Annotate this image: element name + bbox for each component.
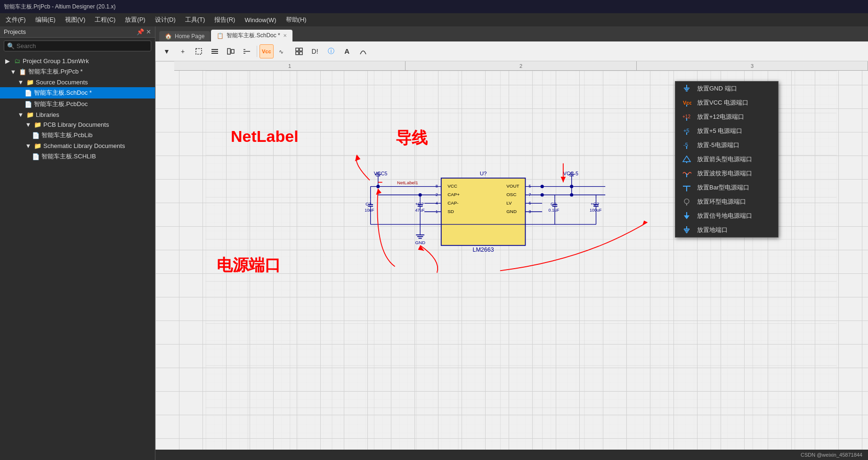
- tree-item-pcbdoc[interactable]: 📄 智能车主板.PcbDoc: [0, 99, 155, 110]
- dropdown-plus5-label: 放置+5 电源端口: [697, 127, 742, 135]
- tree-item-pcb-project[interactable]: ▼ 📋 智能车主板.PrjPcb *: [0, 66, 155, 77]
- toolbar-filter-btn[interactable]: ▼: [159, 44, 174, 58]
- tab-close-icon[interactable]: ✕: [283, 33, 287, 38]
- circle-pwr-icon: [681, 197, 692, 206]
- svg-rect-3: [211, 53, 218, 54]
- dropdown-plus12-label: 放置+12电源端口: [697, 113, 744, 121]
- pcbdoc-file-icon: 📄: [24, 101, 32, 108]
- dropdown-item-earth-gnd[interactable]: 放置地端口: [675, 223, 778, 237]
- svg-text:VOUT: VOUT: [506, 183, 519, 189]
- dropdown-item-gnd[interactable]: 放置GND 端口: [675, 82, 778, 96]
- tree-item-project-group[interactable]: ▶ 🗂 Project Group 1.DsnWrk: [0, 56, 155, 66]
- schdoc-file-icon: 📄: [24, 90, 32, 97]
- svg-text:OSC: OSC: [506, 192, 516, 197]
- dropdown-item-minus5[interactable]: -5 放置-5电源端口: [675, 138, 778, 152]
- dropdown-menu: 放置GND 端口 Vcc 放置VCC 电源端口: [675, 81, 779, 238]
- search-box: 🔍: [4, 41, 151, 51]
- dropdown-item-bar-pwr[interactable]: 放置Bar型电源端口: [675, 181, 778, 195]
- menu-window[interactable]: Window(W): [241, 16, 280, 25]
- menu-view[interactable]: 视图(V): [61, 15, 89, 25]
- home-tab-icon: 🏠: [165, 33, 172, 40]
- right-panel: 🏠 Home Page 📋 智能车主板.SchDoc * ✕ ▼ +: [155, 26, 868, 460]
- svg-point-103: [419, 193, 422, 197]
- dropdown-bar-pwr-label: 放置Bar型电源端口: [697, 183, 749, 192]
- dropdown-item-wave-pwr[interactable]: 放置波纹形电源端口: [675, 166, 778, 181]
- pcb-project-icon: 📋: [19, 68, 26, 75]
- toolbar-arc-btn[interactable]: [356, 44, 371, 58]
- tree-item-schdoc[interactable]: 📄 智能车主板.SchDoc *: [0, 87, 155, 99]
- toolbar-wave-btn[interactable]: ∿: [276, 44, 291, 58]
- dropdown-item-plus5[interactable]: +5 放置+5 电源端口: [675, 124, 778, 138]
- left-panel: Projects 📌 ✕ 🔍 ▶ 🗂 Project Group 1.DsnWr…: [0, 26, 155, 460]
- ruler-section-2: 2: [406, 61, 637, 70]
- folder-icon-schlib: 📁: [34, 142, 41, 149]
- dropdown-item-arrow-pwr[interactable]: 放置箭头型电源端口: [675, 152, 778, 166]
- wave-pwr-icon: [681, 169, 692, 178]
- svg-marker-132: [684, 215, 690, 219]
- svg-text:∿: ∿: [279, 49, 284, 55]
- menu-bar: 文件(F) 编辑(E) 视图(V) 工程(C) 放置(P) 设计(D) 工具(T…: [0, 13, 868, 26]
- expand-icon-schlib: ▼: [24, 142, 32, 149]
- dropdown-item-signal-gnd[interactable]: 放置信号地电源端口: [675, 209, 778, 223]
- expand-icon-lib: ▼: [17, 111, 24, 118]
- toolbar-grid-btn[interactable]: [292, 44, 307, 58]
- dropdown-minus5-label: 放置-5电源端口: [697, 141, 739, 149]
- svg-text:VCC: VCC: [447, 183, 457, 189]
- menu-report[interactable]: 报告(R): [211, 15, 239, 25]
- expand-icon-src: ▼: [17, 79, 24, 86]
- tree-item-libraries[interactable]: ▼ 📁 Libraries: [0, 110, 155, 120]
- project-group-icon: 🗂: [13, 58, 21, 65]
- toolbar-text-btn[interactable]: A: [340, 44, 355, 58]
- pin-icon[interactable]: 📌: [137, 28, 144, 35]
- toolbar-add-btn[interactable]: +: [175, 44, 190, 58]
- toolbar-align-btn[interactable]: [207, 44, 222, 58]
- tree-item-sch-lib-docs[interactable]: ▼ 📁 Schematic Library Documents: [0, 141, 155, 151]
- dropdown-circle-pwr-label: 放置环型电源端口: [697, 197, 746, 206]
- expand-icon-pcblib: ▼: [24, 121, 32, 128]
- dropdown-item-plus12[interactable]: +12 放置+12电源端口: [675, 110, 778, 124]
- dropdown-item-circle-pwr[interactable]: 放置环型电源端口: [675, 195, 778, 209]
- project-tree: ▶ 🗂 Project Group 1.DsnWrk ▼ 📋 智能车主板.Prj…: [0, 54, 155, 460]
- dropdown-item-vcc[interactable]: Vcc 放置VCC 电源端口: [675, 96, 778, 110]
- menu-place[interactable]: 放置(P): [121, 15, 149, 25]
- svg-rect-4: [227, 49, 230, 54]
- tree-item-schlib-file[interactable]: 📄 智能车主板.SCHLIB: [0, 151, 155, 162]
- bar-pwr-icon: [681, 183, 692, 192]
- schlib-label: 智能车主板.SCHLIB: [41, 152, 96, 161]
- toolbar-select-rect-btn[interactable]: [191, 44, 206, 58]
- folder-icon-pcblib: 📁: [34, 121, 41, 128]
- svg-point-104: [541, 193, 544, 197]
- pcblib-file-icon: 📄: [32, 132, 40, 139]
- close-panel-icon[interactable]: ✕: [146, 28, 151, 35]
- main-area: Projects 📌 ✕ 🔍 ▶ 🗂 Project Group 1.DsnWr…: [0, 26, 868, 460]
- menu-help[interactable]: 帮助(H): [282, 15, 310, 25]
- svg-text:LV: LV: [506, 200, 512, 205]
- tree-item-pcblib-file[interactable]: 📄 智能车主板.PcbLib: [0, 130, 155, 141]
- toolbar-align2-btn[interactable]: [223, 44, 238, 58]
- pcb-lib-docs-label: PCB Library Documents: [43, 121, 109, 128]
- svg-rect-13: [300, 52, 302, 55]
- menu-tools[interactable]: 工具(T): [181, 15, 209, 25]
- tab-home[interactable]: 🏠 Home Page: [159, 31, 210, 41]
- menu-project[interactable]: 工程(C): [91, 15, 119, 25]
- title-bar: 智能车主板.PrjPcb - Altium Designer (20.1.x): [0, 0, 868, 13]
- toolbar-vcc-btn[interactable]: Vcc: [260, 44, 274, 58]
- canvas-area[interactable]: 1 2 3: [155, 61, 868, 450]
- menu-design[interactable]: 设计(D): [151, 15, 179, 25]
- dropdown-signal-gnd-label: 放置信号地电源端口: [697, 212, 752, 220]
- minus5-icon: -5: [681, 141, 692, 149]
- svg-rect-2: [211, 51, 218, 52]
- tree-item-pcb-lib-docs[interactable]: ▼ 📁 PCB Library Documents: [0, 120, 155, 130]
- toolbar-info-btn[interactable]: ⓘ: [324, 44, 339, 58]
- toolbar-distribute-btn[interactable]: [239, 44, 254, 58]
- tree-item-source-docs[interactable]: ▼ 📁 Source Documents: [0, 77, 155, 87]
- toolbar-diff-btn[interactable]: D!: [308, 44, 323, 58]
- menu-edit[interactable]: 编辑(E): [32, 15, 59, 25]
- svg-rect-12: [296, 52, 299, 55]
- tab-schdoc[interactable]: 📋 智能车主板.SchDoc * ✕: [211, 30, 292, 41]
- menu-file[interactable]: 文件(F): [2, 15, 30, 25]
- expand-icon: ▶: [4, 58, 11, 65]
- libraries-label: Libraries: [36, 111, 59, 118]
- dropdown-earth-gnd-label: 放置地端口: [697, 226, 728, 234]
- search-input[interactable]: [16, 42, 148, 49]
